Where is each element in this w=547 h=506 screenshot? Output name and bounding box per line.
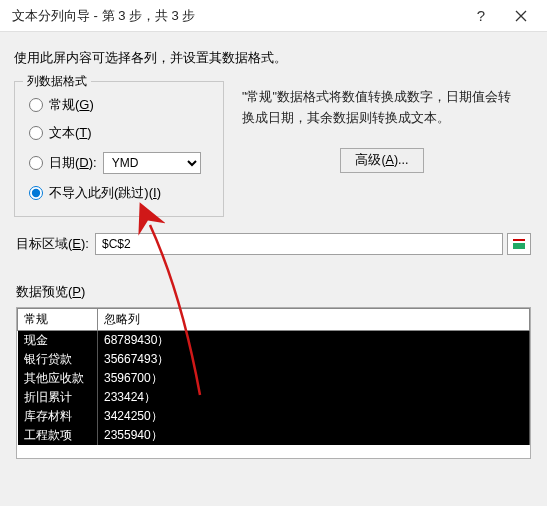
range-picker-icon [513,239,525,249]
range-picker-button[interactable] [507,233,531,255]
table-cell: 2355940） [98,426,530,445]
radio-general-label: 常规(G) [49,96,94,114]
table-cell: 3596700） [98,369,530,388]
dialog-title: 文本分列向导 - 第 3 步，共 3 步 [12,7,461,25]
table-row: 银行贷款35667493） [18,350,530,369]
radio-text[interactable] [29,126,43,140]
format-description: "常规"数据格式将数值转换成数字，日期值会转换成日期，其余数据则转换成文本。 [242,87,522,130]
table-cell: 3424250） [98,407,530,426]
close-button[interactable] [501,2,541,30]
table-row: 其他应收款3596700） [18,369,530,388]
table-cell: 68789430） [98,331,530,351]
table-cell: 折旧累计 [18,388,98,407]
table-cell: 银行贷款 [18,350,98,369]
radio-skip[interactable] [29,186,43,200]
destination-label: 目标区域(E): [16,235,89,253]
radio-general[interactable] [29,98,43,112]
table-row: 折旧累计233424） [18,388,530,407]
preview-header: 常规 [18,309,98,331]
table-cell: 工程款项 [18,426,98,445]
table-cell: 现金 [18,331,98,351]
table-cell: 233424） [98,388,530,407]
table-cell: 其他应收款 [18,369,98,388]
table-row: 库存材料3424250） [18,407,530,426]
date-format-select[interactable]: YMD [103,152,201,174]
close-icon [515,10,527,22]
radio-skip-label: 不导入此列(跳过)(I) [49,184,161,202]
instruction-text: 使用此屏内容可选择各列，并设置其数据格式。 [14,50,533,67]
preview-header: 忽略列 [98,309,530,331]
preview-scroll[interactable]: 常规 忽略列 现金68789430）银行贷款35667493）其他应收款3596… [17,308,530,458]
table-row: 现金68789430） [18,331,530,351]
advanced-button[interactable]: 高级(A)... [340,148,423,173]
radio-date-label: 日期(D): [49,154,97,172]
help-button[interactable]: ? [461,2,501,30]
data-preview: 常规 忽略列 现金68789430）银行贷款35667493）其他应收款3596… [16,307,531,459]
table-cell: 库存材料 [18,407,98,426]
group-legend: 列数据格式 [23,73,91,90]
table-row: 工程款项2355940） [18,426,530,445]
destination-input[interactable] [95,233,503,255]
table-cell: 35667493） [98,350,530,369]
radio-date[interactable] [29,156,43,170]
column-format-group: 列数据格式 常规(G) 文本(T) 日期(D): YMD 不导入此列(跳过)(I… [14,81,224,217]
radio-text-label: 文本(T) [49,124,92,142]
preview-label: 数据预览(P) [16,283,531,301]
